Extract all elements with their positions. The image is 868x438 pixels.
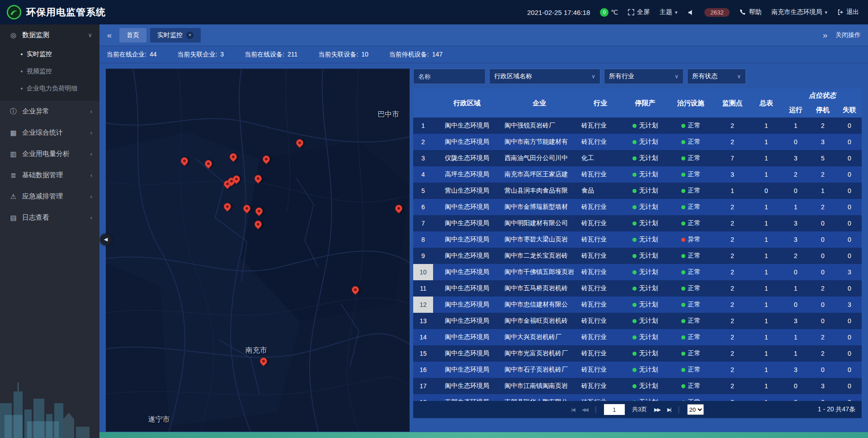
brand: 环保用电监管系统 (6, 5, 106, 20)
total-pages-label: 共3页 (632, 405, 647, 414)
tabs-scroll-right-button[interactable]: » (818, 30, 832, 40)
bullet-icon (21, 53, 23, 55)
table-row[interactable]: 2阆中生态环境局阆中市南方节能建材有砖瓦行业无计划正常21030 (413, 134, 862, 150)
limit-cell: 无计划 (623, 231, 667, 248)
last-page-button[interactable]: ▶| (667, 407, 670, 413)
sidebar-item-base-data-management[interactable]: ≣基础数据管理‹ (0, 165, 99, 186)
sidebar-item-emergency-reduction[interactable]: ⚠应急减排管理‹ (0, 186, 99, 207)
sidebar-subitem-realtime-monitoring[interactable]: 实时监控 (0, 46, 99, 63)
notice-count-badge[interactable]: 2632 (704, 8, 730, 17)
sidebar-menu: ◎数据监测∨实时监控视频监控企业电力负荷明细ⓘ企业异常‹▦企业综合统计‹▥企业用… (0, 24, 99, 228)
prev-page-button[interactable]: ◀◀ (582, 407, 588, 413)
limit-text: 无计划 (639, 382, 658, 390)
limit-text: 无计划 (639, 317, 658, 325)
status-dot-green-icon (681, 335, 685, 339)
page-number-input[interactable] (604, 404, 625, 415)
sidebar-item-label: 企业异常 (22, 107, 49, 116)
sidebar-subitem-label: 企业电力负荷明细 (27, 85, 77, 93)
industry-cell: 砖瓦行业 (578, 329, 623, 345)
table-row[interactable]: 9阆中生态环境局阆中市二龙长宝页岩砖砖瓦行业无计划正常21200 (413, 248, 862, 264)
sidebar-item-data-monitoring[interactable]: ◎数据监测∨ (0, 24, 99, 46)
sidebar-item-enterprise-statistics[interactable]: ▦企业综合统计‹ (0, 122, 99, 143)
table-row[interactable]: 4高坪生态环境局南充市高坪区王家店建砖瓦行业无计划正常31220 (413, 166, 862, 183)
facility-text: 正常 (688, 333, 701, 341)
next-page-button[interactable]: ▶▶ (654, 407, 660, 413)
limit-cell: 无计划 (623, 248, 667, 264)
page-size-select[interactable]: 20 (687, 404, 704, 415)
run-cell: 0 (782, 394, 809, 401)
alarm-sound-button[interactable] (688, 9, 694, 16)
table-row[interactable]: 14阆中生态环境局阆中大兴页岩机砖厂砖瓦行业无计划正常21120 (413, 329, 862, 345)
tabs-scroll-left-button[interactable]: « (99, 24, 119, 46)
limit-cell: 无计划 (623, 313, 667, 329)
logout-button[interactable]: 退出 (837, 8, 859, 16)
table-row[interactable]: 5营山生态环境局营山县润丰肉食品有限食品无计划正常10010 (413, 183, 862, 199)
pagination-bar: |◀ ◀◀ | 共3页 ▶▶ ▶| | 20 1 - 20 共47条 (413, 401, 862, 418)
theme-dropdown[interactable]: 主题 ▾ (660, 8, 678, 16)
industry-cell: 砖瓦行业 (578, 215, 623, 231)
row-index-cell: 10 (413, 264, 433, 280)
table-row[interactable]: 15阆中生态环境局阆中市光富页岩机砖厂砖瓦行业无计划正常21120 (413, 345, 862, 362)
table-row[interactable]: 17阆中生态环境局阆中市江南镇阆南页岩砖瓦行业无计划正常21030 (413, 378, 862, 394)
limit-text: 无计划 (639, 170, 658, 179)
industry-filter-select[interactable]: 所有行业 ∨ (604, 69, 684, 84)
tab-close-icon[interactable]: × (186, 32, 193, 39)
company-cell: 阆中市忠信建材有限公 (501, 297, 578, 313)
points-cell: 2 (714, 313, 750, 329)
sidebar-item-power-usage-analysis[interactable]: ▥企业用电量分析‹ (0, 143, 99, 165)
table-row[interactable]: 16阆中生态环境局阆中市石子页岩机砖厂砖瓦行业无计划正常21300 (413, 362, 862, 378)
table-row[interactable]: 6阆中生态环境局阆中市金博瑞新型墙材砖瓦行业无计划正常21120 (413, 199, 862, 215)
stat-label: 当前失联企业: (177, 51, 217, 59)
sidebar-item-log-view[interactable]: ▤日志查看‹ (0, 207, 99, 228)
meters-cell: 1 (750, 297, 782, 313)
region-cell: 阆中生态环境局 (433, 280, 501, 297)
status-dot-green-icon (632, 335, 637, 339)
tab-home[interactable]: 首页 (119, 28, 146, 42)
region-filter-select[interactable]: 行政区域名称 ∨ (489, 69, 600, 84)
points-cell: 2 (714, 394, 750, 401)
region-cell: 阆中生态环境局 (433, 118, 501, 134)
table-row[interactable]: 12阆中生态环境局阆中市忠信建材有限公砖瓦行业无计划正常21003 (413, 297, 862, 313)
status-filter-select[interactable]: 所有状态 ∨ (687, 69, 746, 84)
table-row[interactable]: 10阆中生态环境局阆中市千佛镇五郎垭页岩砖瓦行业无计划正常21003 (413, 264, 862, 280)
stats-icon: ▦ (9, 129, 18, 137)
region-cell: 阆中生态环境局 (433, 297, 501, 313)
run-cell: 1 (782, 329, 809, 345)
name-filter-input[interactable] (413, 69, 486, 84)
run-cell: 3 (782, 313, 809, 329)
fullscreen-button[interactable]: 全屏 (628, 8, 650, 16)
table-row[interactable]: 8阆中生态环境局阆中市枣碧大梁山页岩砖瓦行业无计划异常21300 (413, 231, 862, 248)
company-cell: 阆中市光富页岩机砖厂 (501, 345, 578, 362)
sidebar: ◎数据监测∨实时监控视频监控企业电力负荷明细ⓘ企业异常‹▦企业综合统计‹▥企业用… (0, 24, 99, 438)
map-panel[interactable]: 巴中市南充市遂宁市 (106, 69, 410, 432)
points-cell: 2 (714, 264, 750, 280)
status-dot-green-icon (681, 384, 685, 388)
open-tabs: 首页实时监控× (119, 24, 201, 46)
stat-label: 当前在线设备: (245, 51, 284, 59)
stat-value: 147 (432, 51, 443, 59)
stop-cell: 0 (809, 313, 836, 329)
close-operations-button[interactable]: 关闭操作 (835, 31, 861, 39)
org-dropdown[interactable]: 南充市生态环境局 ▾ (771, 8, 827, 16)
table-row[interactable]: 13阆中生态环境局阆中市金福旺页岩机砖砖瓦行业无计划正常21300 (413, 313, 862, 329)
table-row[interactable]: 7阆中生态环境局阆中明阳建材有限公司砖瓦行业无计划正常21300 (413, 215, 862, 231)
table-row[interactable]: 11阆中生态环境局阆中市五马桥页岩机砖砖瓦行业无计划正常21120 (413, 280, 862, 297)
table-row[interactable]: 1阆中生态环境局阆中强锐页岩砖厂砖瓦行业无计划正常21120 (413, 118, 862, 134)
points-cell: 2 (714, 280, 750, 297)
sidebar-subitem-video-monitoring[interactable]: 视频监控 (0, 63, 99, 80)
logout-icon (837, 9, 844, 15)
meters-cell: 1 (750, 264, 782, 280)
map-collapse-handle[interactable]: ◀ (100, 234, 112, 245)
sidebar-subitem-power-load-detail[interactable]: 企业电力负荷明细 (0, 80, 99, 97)
table-row[interactable]: 18南部生态环境局南部县瑞华土陶有限公砖瓦行业无计划正常21030 (413, 394, 862, 401)
industry-cell: 砖瓦行业 (578, 134, 623, 150)
lost-cell: 0 (836, 248, 862, 264)
tab-realtime-monitoring[interactable]: 实时监控× (150, 28, 201, 42)
table-row[interactable]: 3仪陇生态环境局西南油气田分公司川中化工无计划正常71350 (413, 150, 862, 166)
help-button[interactable]: 帮助 (740, 8, 761, 16)
first-page-button[interactable]: |◀ (571, 407, 574, 413)
industry-cell: 砖瓦行业 (578, 280, 623, 297)
region-cell: 阆中生态环境局 (433, 264, 501, 280)
sidebar-item-enterprise-abnormal[interactable]: ⓘ企业异常‹ (0, 101, 99, 122)
column-header-industry: 行业 (578, 89, 623, 118)
